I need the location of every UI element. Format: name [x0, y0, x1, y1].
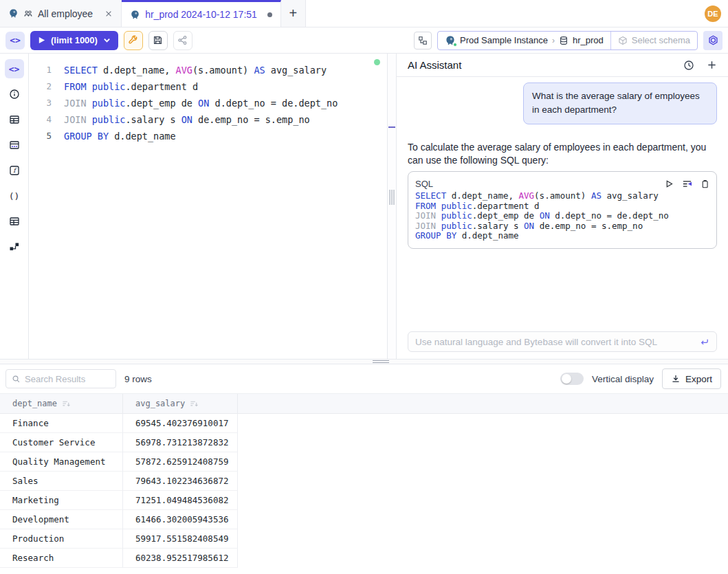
sidebar-item-tables[interactable]	[5, 110, 24, 129]
tab-hr-prod[interactable]: hr_prod 2024-10-12 17:51	[122, 0, 281, 27]
sitemap-icon	[418, 36, 428, 45]
scroll-thumb[interactable]	[388, 126, 395, 128]
ai-code-line: FROM public.department d	[415, 201, 709, 212]
ai-prompt-input[interactable]	[415, 337, 694, 347]
select-schema-label: Select schema	[632, 35, 690, 45]
unsaved-dot	[267, 12, 272, 17]
sidebar-item-functions[interactable]: f	[5, 161, 24, 180]
avatar[interactable]: DE	[705, 5, 721, 22]
wrench-icon	[128, 35, 138, 45]
editor-line[interactable]: 5GROUP BY d.dept_name	[29, 128, 387, 144]
new-chat-icon[interactable]	[707, 60, 717, 70]
table-row[interactable]: Development61466.302005943536	[0, 510, 728, 529]
schema-diagram-button[interactable]	[414, 32, 432, 49]
column-header-dept-name[interactable]: dept_name	[0, 394, 123, 413]
instance-name: Prod Sample Instance	[460, 35, 548, 45]
editor-line[interactable]: 3JOIN public.dept_emp de ON d.dept_no = …	[29, 95, 387, 111]
results-toolbar: 9 rows Vertical display Export	[0, 364, 728, 393]
editor-status-dot	[374, 59, 380, 65]
connection-status-dot	[453, 43, 457, 47]
sql-editor-pane[interactable]: 1SELECT d.dept_name, AVG(s.amount) AS av…	[29, 54, 387, 359]
cell-dept-name: Finance	[0, 414, 123, 433]
share-icon	[177, 35, 188, 45]
search-icon	[12, 375, 21, 384]
format-sql-button[interactable]	[124, 31, 143, 50]
table-row[interactable]: Sales79643.102234636872	[0, 472, 728, 491]
table-row[interactable]: Quality Management57872.625912408759	[0, 452, 728, 472]
cell-avg-salary: 60238.952517985612	[123, 549, 238, 568]
cell-dept-name: Quality Management	[0, 452, 123, 472]
tab-label: All employee	[38, 8, 93, 19]
editor-toolbar: <> (limit 1000) Prod Sample Instance	[0, 27, 728, 54]
plus-icon: +	[289, 5, 298, 21]
instance-database-selector[interactable]: Prod Sample Instance › hr_prod	[438, 32, 610, 49]
user-message-bubble: What is the average salary of employees …	[523, 82, 717, 124]
breadcrumb-chevron: ›	[552, 36, 555, 45]
table-icon	[9, 216, 20, 227]
sort-icon[interactable]	[190, 399, 199, 408]
table-row[interactable]: Finance69545.402376910017	[0, 414, 728, 433]
column-header-avg-salary[interactable]: avg_salary	[123, 394, 238, 413]
ai-assistant-button[interactable]	[703, 31, 723, 50]
ai-code-line: JOIN public.salary s ON de.emp_no = s.em…	[415, 221, 709, 232]
line-number: 1	[29, 62, 52, 78]
export-button[interactable]: Export	[662, 368, 721, 389]
code-icon: <>	[10, 35, 21, 45]
code-panel-toggle[interactable]: <>	[5, 32, 25, 49]
ai-code: SELECT d.dept_name, AVG(s.amount) AS avg…	[415, 191, 709, 241]
cell-avg-salary: 79643.102234636872	[123, 472, 238, 491]
cell-dept-name: Production	[0, 529, 123, 549]
code-text: SELECT d.dept_name, AVG(s.amount) AS avg…	[64, 62, 327, 78]
select-schema[interactable]: Select schema	[610, 32, 697, 49]
table-row[interactable]: Marketing71251.049484536082	[0, 491, 728, 510]
info-icon	[9, 89, 20, 100]
sort-icon[interactable]	[62, 399, 71, 408]
save-sheet-button[interactable]	[148, 31, 168, 50]
assistant-intro-text: To calculate the average salary of emplo…	[408, 141, 717, 168]
resize-grip-icon	[373, 360, 389, 363]
ai-panel-title: AI Assistant	[408, 59, 461, 71]
sidebar-item-sql-editor[interactable]: <>	[5, 59, 24, 78]
editor-line[interactable]: 4JOIN public.salary s ON de.emp_no = s.e…	[29, 111, 387, 128]
copy-icon[interactable]	[701, 179, 709, 188]
run-code-icon[interactable]	[665, 179, 674, 188]
sidebar-item-sample-data[interactable]	[5, 135, 24, 155]
ai-input-box	[408, 331, 717, 352]
code-text: FROM public.department d	[64, 78, 198, 95]
sql-code-card: SQL SELECT d.dept_name, AVG(s.amount) AS…	[408, 171, 717, 249]
code-text: JOIN public.dept_emp de ON d.dept_no = d…	[64, 95, 338, 111]
editor-line[interactable]: 2FROM public.department d	[29, 78, 387, 95]
new-tab-button[interactable]: +	[281, 0, 306, 27]
code-text: JOIN public.salary s ON de.emp_no = s.em…	[64, 111, 310, 128]
close-icon[interactable]	[104, 10, 113, 18]
sidebar-item-info[interactable]	[5, 85, 24, 104]
bytebase-sql-editor: All employee hr_prod 2024-10-12 17:51 + …	[0, 0, 728, 574]
sidebar-item-schema-diagram[interactable]	[5, 237, 24, 256]
ai-code-line: SELECT d.dept_name, AVG(s.amount) AS avg…	[415, 191, 709, 201]
table-row[interactable]: Customer Service56978.731213872832	[0, 433, 728, 452]
chevron-down-icon	[103, 36, 111, 44]
postgresql-icon	[130, 10, 140, 20]
tab-all-employee[interactable]: All employee	[0, 0, 122, 27]
results-resize-handle[interactable]	[0, 359, 728, 364]
share-button[interactable]	[173, 31, 192, 50]
search-results-input[interactable]	[25, 374, 110, 384]
run-query-button[interactable]: (limit 1000)	[30, 31, 118, 50]
table-row[interactable]: Production59917.551582408549	[0, 529, 728, 549]
table-row[interactable]: Research60238.952517985612	[0, 549, 728, 568]
svg-text:f: f	[13, 167, 17, 174]
openai-icon	[707, 34, 719, 46]
ai-assistant-panel: AI Assistant What is the average salary …	[397, 54, 728, 359]
sidebar-item-procedures[interactable]: ()	[5, 186, 24, 206]
panel-resize-handle[interactable]	[387, 54, 397, 359]
sidebar-item-views[interactable]	[5, 212, 24, 231]
header-filler	[238, 394, 728, 413]
postgresql-icon	[445, 35, 456, 46]
insert-to-editor-icon[interactable]	[682, 179, 692, 189]
vertical-display-toggle[interactable]	[560, 373, 584, 385]
export-label: Export	[685, 374, 712, 384]
ai-input-row	[397, 324, 728, 359]
editor-line[interactable]: 1SELECT d.dept_name, AVG(s.amount) AS av…	[29, 62, 387, 78]
history-icon[interactable]	[683, 60, 694, 71]
postgresql-icon	[8, 8, 19, 19]
